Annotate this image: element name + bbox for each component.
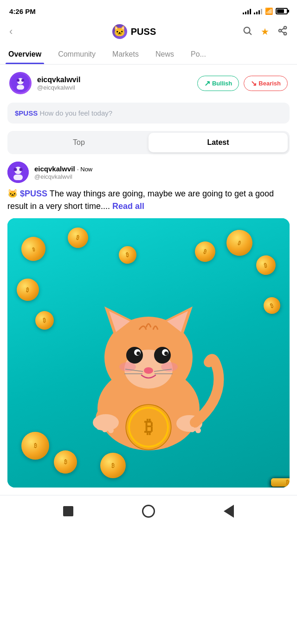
user-info: eicqvkalwvil @eicqvkalwvil [9,72,80,94]
svg-line-1 [249,33,251,34]
bearish-button[interactable]: ↘ Bearish [244,76,288,91]
square-icon [63,506,73,516]
toggle-top[interactable]: Top [9,133,148,152]
tab-more[interactable]: Po... [182,45,214,64]
triangle-icon [224,505,234,518]
svg-line-5 [281,31,284,33]
nav-home-button[interactable] [142,505,155,518]
nav-actions: ★ [242,26,288,38]
svg-point-47 [102,427,108,432]
post-user-info: eicqvkalwvil · Now @eicqvkalwvil [34,165,92,180]
user-handle: @eicqvkalwvil [37,84,80,91]
tab-overview[interactable]: Overview [0,45,50,64]
back-button[interactable]: ‹ [9,26,26,38]
svg-point-29 [164,351,168,355]
svg-point-48 [108,428,114,433]
post-handle: @eicqvkalwvil [34,173,92,180]
post-avatar [7,162,29,183]
post-placeholder: How do you feel today? [39,109,112,117]
post-content: 🐱 $PUSS The way things are going, maybe … [7,188,290,213]
nav-stop-button[interactable] [62,505,75,518]
svg-rect-16 [13,175,23,180]
post-emoji: 🐱 [7,189,20,198]
post-time: · Now [77,166,92,173]
cat-scene: ₿ ₿ ₿ ₿ ₿ ₿ ₿ ₿ ₿ [7,218,290,488]
signal-bars-2 [254,8,262,14]
signal-bars-1 [243,8,251,14]
svg-line-6 [281,28,284,30]
post-ticker: $PUSS [20,189,47,198]
tab-news[interactable]: News [147,45,182,64]
post-header: eicqvkalwvil · Now @eicqvkalwvil [7,162,290,183]
ticker-tag: $PUSS [15,109,38,117]
status-bar: 4:26 PM 📶 [0,0,297,20]
svg-point-32 [144,367,153,374]
status-icons: 📶 [243,7,288,15]
title-text: PUSS [131,26,156,37]
svg-point-15 [19,168,23,171]
svg-point-25 [154,347,171,364]
battery-icon [276,8,288,14]
user-names: eicqvkalwvil @eicqvkalwvil [37,76,80,91]
tab-markets[interactable]: Markets [104,45,147,64]
wifi-icon: 📶 [265,7,273,15]
bearish-arrow-icon: ↘ [251,79,257,88]
svg-rect-11 [17,85,24,90]
post-card: eicqvkalwvil · Now @eicqvkalwvil 🐱 $PUSS… [0,162,297,213]
tab-community[interactable]: Community [50,45,104,64]
bottom-nav [0,495,297,527]
svg-text:₿: ₿ [144,417,153,436]
circle-icon [142,505,155,518]
svg-point-14 [14,168,17,171]
svg-point-9 [17,79,19,82]
svg-point-50 [189,427,195,432]
share-icon[interactable] [278,26,288,38]
post-username: eicqvkalwvil [34,165,75,173]
sentiment-buttons: ↗ Bullish ↘ Bearish [197,76,288,91]
top-nav: ‹ 🐱 PUSS ★ [0,20,297,45]
star-icon[interactable]: ★ [261,26,269,37]
svg-point-24 [126,347,143,364]
post-image: ₿ ₿ ₿ ₿ ₿ ₿ ₿ ₿ ₿ [7,218,290,488]
read-all-link[interactable]: Read all [112,202,144,211]
bullish-button[interactable]: ↗ Bullish [197,76,239,91]
svg-point-51 [195,428,201,433]
username-display: eicqvkalwvil [37,76,80,84]
coin-logo-icon: 🐱 [112,24,127,39]
svg-point-28 [136,351,140,355]
bullish-arrow-icon: ↗ [204,79,210,88]
app-title: 🐱 PUSS [112,24,156,39]
nav-back-button[interactable] [222,505,235,518]
svg-point-46 [97,424,102,430]
avatar [9,72,32,94]
toggle-latest[interactable]: Latest [148,133,288,152]
toggle-bar: Top Latest [7,131,290,154]
tab-bar: Overview Community Markets News Po... [0,45,297,65]
user-section: eicqvkalwvil @eicqvkalwvil ↗ Bullish ↘ B… [0,65,297,99]
status-time: 4:26 PM [9,7,36,15]
svg-point-10 [21,79,24,82]
post-input-area[interactable]: $PUSS How do you feel today? [7,103,290,124]
cat-illustration: ₿ [65,269,232,464]
search-icon[interactable] [242,26,252,38]
svg-point-49 [184,424,189,430]
